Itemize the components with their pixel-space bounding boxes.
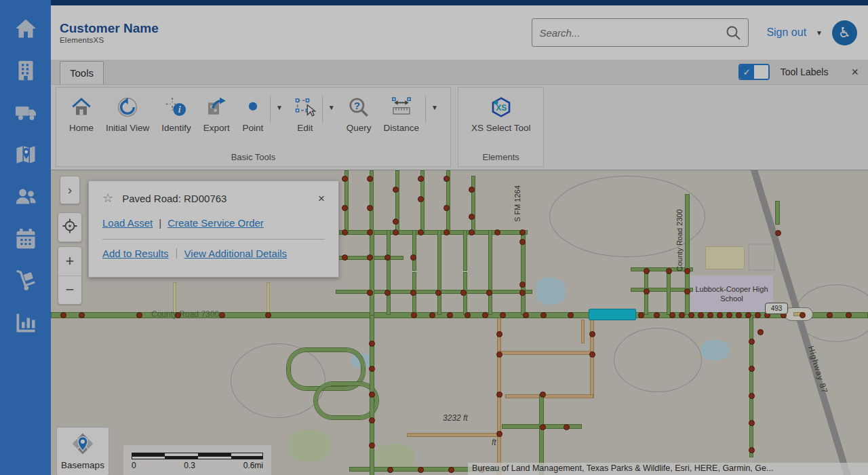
asset-point[interactable] xyxy=(726,312,732,318)
asset-point[interactable] xyxy=(393,187,399,193)
asset-point[interactable] xyxy=(644,268,650,274)
edit-dropdown-icon[interactable]: ▼ xyxy=(323,94,340,111)
asset-point[interactable] xyxy=(418,229,424,235)
asset-point[interactable] xyxy=(540,392,546,398)
sidebar-item-home[interactable] xyxy=(10,14,41,43)
asset-point[interactable] xyxy=(369,366,375,372)
asset-point[interactable] xyxy=(465,312,471,318)
asset-point[interactable] xyxy=(827,312,833,318)
tool-initial-view[interactable]: Initial View xyxy=(100,94,155,133)
asset-point[interactable] xyxy=(666,268,672,274)
asset-point[interactable] xyxy=(410,254,416,261)
view-additional-details-link[interactable]: View Additional Details xyxy=(184,248,287,259)
asset-point[interactable] xyxy=(589,331,595,337)
asset-point[interactable] xyxy=(369,442,375,449)
asset-point[interactable] xyxy=(564,424,570,430)
zoom-in-button[interactable]: + xyxy=(58,247,81,276)
asset-point[interactable] xyxy=(60,312,66,318)
asset-point[interactable] xyxy=(568,312,574,318)
basemaps-button[interactable]: Basemaps xyxy=(56,427,109,475)
locate-button[interactable] xyxy=(58,212,82,242)
asset-point[interactable] xyxy=(136,312,142,318)
asset-point[interactable] xyxy=(418,176,424,182)
asset-point[interactable] xyxy=(443,205,450,211)
asset-point[interactable] xyxy=(589,352,595,358)
asset-point[interactable] xyxy=(540,312,547,318)
asset-point[interactable] xyxy=(755,312,761,318)
asset-point[interactable] xyxy=(519,239,526,245)
asset-point[interactable] xyxy=(717,312,723,318)
tab-tools[interactable]: Tools xyxy=(60,61,104,84)
sidebar-item-fleet[interactable] xyxy=(10,98,41,127)
asset-point[interactable] xyxy=(342,254,348,261)
search-icon[interactable] xyxy=(725,24,741,41)
asset-point[interactable] xyxy=(496,392,502,398)
zoom-out-button[interactable]: − xyxy=(58,276,81,305)
asset-point[interactable] xyxy=(496,331,502,337)
tools-panel-close-icon[interactable]: × xyxy=(851,66,859,78)
asset-point[interactable] xyxy=(265,312,271,318)
sidebar-item-schedule[interactable] xyxy=(10,224,41,253)
asset-point[interactable] xyxy=(367,229,373,235)
asset-point[interactable] xyxy=(540,424,546,430)
asset-point[interactable] xyxy=(342,205,348,211)
sidebar-item-facilities[interactable] xyxy=(10,56,41,85)
asset-point[interactable] xyxy=(369,392,375,398)
asset-point[interactable] xyxy=(367,176,373,182)
asset-point[interactable] xyxy=(638,312,644,318)
tool-distance[interactable]: Distance xyxy=(377,94,425,133)
asset-point[interactable] xyxy=(496,352,502,358)
asset-point[interactable] xyxy=(384,254,391,261)
star-icon[interactable]: ☆ xyxy=(102,191,113,206)
sign-out-button[interactable]: Sign out xyxy=(766,26,806,39)
tool-labels-toggle[interactable]: ✓ xyxy=(738,64,770,80)
asset-point[interactable] xyxy=(411,312,417,318)
asset-point[interactable] xyxy=(684,288,690,294)
add-to-results-link[interactable]: Add to Results xyxy=(102,248,169,259)
tool-point[interactable]: Point xyxy=(236,94,270,133)
tool-edit[interactable]: Edit xyxy=(288,94,322,133)
asset-point[interactable] xyxy=(469,214,475,220)
asset-point[interactable] xyxy=(367,205,373,211)
asset-point[interactable] xyxy=(800,312,806,318)
asset-point[interactable] xyxy=(429,312,435,318)
asset-point[interactable] xyxy=(519,282,526,288)
asset-point[interactable] xyxy=(393,218,399,225)
asset-point[interactable] xyxy=(496,431,502,437)
map-viewport[interactable]: S FM 1264County Road 2300Lubbock-Cooper … xyxy=(51,170,868,475)
expand-panel-button[interactable]: › xyxy=(60,176,80,204)
asset-point[interactable] xyxy=(482,312,488,318)
asset-point[interactable] xyxy=(79,312,85,318)
sign-out-caret-icon[interactable]: ▼ xyxy=(816,29,823,37)
asset-point[interactable] xyxy=(644,288,650,294)
asset-point[interactable] xyxy=(669,312,675,318)
search-input[interactable] xyxy=(539,27,725,39)
tool-home[interactable]: Home xyxy=(63,94,100,133)
asset-point[interactable] xyxy=(494,229,500,235)
sidebar-item-orders[interactable] xyxy=(10,266,41,295)
asset-point[interactable] xyxy=(342,229,348,235)
asset-point[interactable] xyxy=(775,230,781,236)
asset-point[interactable] xyxy=(219,312,225,318)
asset-point[interactable] xyxy=(688,312,694,318)
asset-point[interactable] xyxy=(736,312,742,318)
distance-dropdown-icon[interactable]: ▼ xyxy=(426,94,443,111)
sidebar-item-map[interactable] xyxy=(10,140,41,169)
asset-point[interactable] xyxy=(435,290,441,296)
asset-point[interactable] xyxy=(460,290,467,296)
asset-point[interactable] xyxy=(367,290,373,296)
selected-road-segment[interactable] xyxy=(589,309,636,320)
asset-point[interactable] xyxy=(443,229,450,235)
asset-point[interactable] xyxy=(749,366,755,372)
asset-point[interactable] xyxy=(384,290,391,296)
asset-point[interactable] xyxy=(469,187,475,193)
asset-point[interactable] xyxy=(749,393,755,399)
load-asset-link[interactable]: Load Asset xyxy=(102,217,153,229)
asset-point[interactable] xyxy=(745,312,751,318)
asset-point[interactable] xyxy=(749,447,755,453)
asset-point[interactable] xyxy=(519,290,526,296)
asset-point[interactable] xyxy=(448,467,454,473)
sidebar-item-users[interactable] xyxy=(10,182,41,211)
asset-point[interactable] xyxy=(369,417,375,423)
asset-point[interactable] xyxy=(523,312,529,318)
